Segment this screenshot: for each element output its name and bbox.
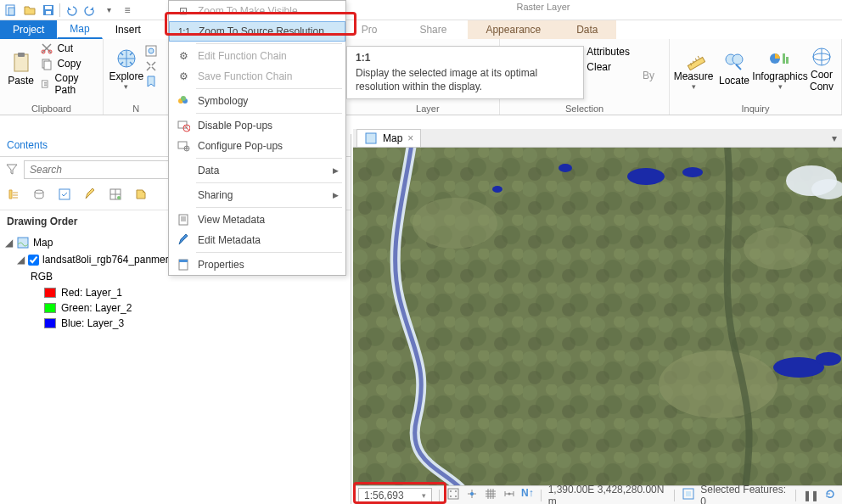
view-metadata-icon bbox=[174, 211, 193, 228]
explore-button[interactable]: Explore ▾ bbox=[109, 41, 144, 97]
cut-label: Cut bbox=[57, 42, 73, 54]
menu-sharing[interactable]: Sharing▶ bbox=[169, 185, 345, 205]
coord-conv-button[interactable]: Coor Conv bbox=[807, 41, 836, 97]
contents-title: Contents bbox=[7, 139, 48, 151]
save-icon[interactable] bbox=[41, 3, 56, 18]
toc-band-green: Green: Layer_2 bbox=[5, 300, 345, 316]
toc-band-blue: Blue: Layer_3 bbox=[5, 316, 345, 331]
snap-toggle-icon[interactable] bbox=[465, 487, 479, 503]
list-by-labeling-icon[interactable] bbox=[134, 188, 151, 204]
svg-point-62 bbox=[450, 490, 452, 492]
inquiry-group-label: Inquiry bbox=[670, 104, 841, 114]
status-view-icons: N↑ bbox=[446, 487, 534, 503]
menu-properties[interactable]: Properties bbox=[169, 255, 345, 275]
map-view-dropdown-icon[interactable]: ▾ bbox=[832, 132, 837, 144]
bookmark-icon[interactable] bbox=[144, 75, 158, 88]
menu-zoom-make-visible[interactable]: ⊡Zoom To Make Visible bbox=[169, 1, 345, 21]
filter-icon[interactable] bbox=[5, 162, 19, 178]
menu-configure-popups[interactable]: Configure Pop-ups bbox=[169, 136, 345, 156]
submenu-arrow-icon: ▶ bbox=[333, 191, 339, 199]
cut-button[interactable]: Cut bbox=[36, 41, 97, 56]
dropdown-icon[interactable]: ▾ bbox=[422, 491, 426, 500]
menu-data[interactable]: Data▶ bbox=[169, 160, 345, 181]
menu-separator bbox=[196, 252, 342, 253]
qat-customize-icon[interactable]: ▾ bbox=[101, 3, 116, 18]
full-extent-icon[interactable] bbox=[144, 44, 158, 58]
properties-label: Properties bbox=[198, 259, 244, 271]
tab-share[interactable]: Share bbox=[407, 20, 459, 39]
svg-rect-61 bbox=[448, 489, 458, 499]
refresh-icon[interactable] bbox=[823, 487, 837, 503]
copy-label: Copy bbox=[57, 58, 81, 70]
expand-icon[interactable]: ◢ bbox=[5, 237, 13, 249]
tab-insert[interactable]: Insert bbox=[103, 20, 154, 39]
pause-drawing-icon[interactable]: ❚❚ bbox=[803, 490, 818, 501]
copy-button[interactable]: Copy bbox=[36, 56, 97, 71]
clear-label: Clear bbox=[587, 61, 611, 73]
ratio-icon: 1:1 bbox=[175, 23, 194, 40]
list-by-selection-icon[interactable] bbox=[58, 188, 75, 204]
ribbon-group-clipboard: Paste Cut Copy Copy Path Clipboard bbox=[0, 39, 104, 115]
infographics-button[interactable]: Infographics▾ bbox=[756, 41, 804, 97]
properties-icon bbox=[174, 256, 193, 273]
configure-popups-label: Configure Pop-ups bbox=[198, 140, 283, 152]
map-canvas[interactable] bbox=[353, 148, 842, 485]
menu-edit-metadata[interactable]: Edit Metadata bbox=[169, 230, 345, 250]
menu-separator bbox=[196, 207, 342, 208]
menu-symbology[interactable]: Symbology bbox=[169, 91, 345, 111]
status-separator bbox=[439, 490, 440, 501]
qat-more-icon[interactable]: ≡ bbox=[120, 3, 135, 18]
menu-zoom-source-resolution[interactable]: 1:1Zoom To Source Resolution bbox=[169, 21, 345, 42]
copy-path-label: Copy Path bbox=[55, 72, 94, 96]
list-by-source-icon[interactable] bbox=[32, 188, 49, 204]
close-tab-icon[interactable]: × bbox=[407, 132, 413, 144]
expand-icon[interactable]: ◢ bbox=[17, 254, 25, 266]
menu-disable-popups[interactable]: Disable Pop-ups bbox=[169, 115, 345, 136]
tooltip-title: 1:1 bbox=[356, 52, 575, 64]
menu-edit-function-chain[interactable]: ⚙Edit Function Chain bbox=[169, 46, 345, 66]
new-project-icon[interactable] bbox=[3, 3, 19, 18]
measure-button[interactable]: Measure▾ bbox=[675, 41, 712, 97]
svg-rect-1 bbox=[8, 8, 14, 15]
tooltip: 1:1 Display the selected image at its op… bbox=[346, 46, 584, 99]
disable-popups-label: Disable Pop-ups bbox=[198, 120, 272, 132]
blank-icon bbox=[174, 187, 193, 204]
snap-grid-icon[interactable] bbox=[446, 487, 460, 503]
tab-data[interactable]: Data bbox=[559, 20, 615, 39]
north-arrow-icon[interactable]: N↑ bbox=[521, 487, 534, 503]
open-project-icon[interactable] bbox=[22, 3, 37, 18]
locate-button[interactable]: Locate bbox=[716, 41, 753, 97]
copy-path-button[interactable]: Copy Path bbox=[36, 71, 97, 97]
svg-point-14 bbox=[149, 48, 154, 53]
save-function-chain-label: Save Function Chain bbox=[198, 70, 292, 82]
tab-appearance[interactable]: Appearance bbox=[468, 20, 559, 39]
paste-button[interactable]: Paste bbox=[5, 41, 36, 97]
tab-pro[interactable]: Pro bbox=[349, 20, 390, 39]
layer-group-label: Layer bbox=[356, 104, 499, 114]
redo-icon[interactable] bbox=[82, 3, 98, 18]
list-by-editing-icon[interactable] bbox=[83, 188, 100, 204]
selected-features-icon[interactable] bbox=[682, 487, 695, 503]
undo-icon[interactable] bbox=[64, 3, 79, 18]
list-by-drawing-order-icon[interactable] bbox=[7, 188, 24, 204]
sharing-label: Sharing bbox=[198, 189, 233, 201]
tab-project[interactable]: Project bbox=[0, 20, 57, 39]
zoom-collapse-icon[interactable] bbox=[144, 59, 158, 73]
layer-visibility-checkbox[interactable] bbox=[28, 255, 39, 266]
svg-rect-3 bbox=[45, 6, 52, 9]
dynamic-range-icon[interactable] bbox=[502, 487, 516, 503]
tab-map[interactable]: Map bbox=[57, 20, 102, 39]
infographics-label: Infographics bbox=[752, 70, 807, 82]
svg-point-66 bbox=[470, 492, 474, 496]
menu-view-metadata[interactable]: View Metadata bbox=[169, 210, 345, 230]
map-view: Map × ▾ bbox=[353, 129, 842, 485]
menu-save-function-chain[interactable]: ⚙Save Function Chain bbox=[169, 66, 345, 87]
status-separator bbox=[674, 490, 675, 501]
data-label: Data bbox=[198, 165, 219, 176]
map-tab[interactable]: Map × bbox=[356, 129, 421, 147]
scale-input[interactable]: 1:56,693 ▾ bbox=[358, 488, 432, 503]
menu-separator bbox=[196, 88, 342, 89]
grid-icon[interactable] bbox=[484, 487, 497, 503]
list-by-snapping-icon[interactable] bbox=[109, 188, 126, 204]
svg-point-67 bbox=[508, 493, 511, 496]
